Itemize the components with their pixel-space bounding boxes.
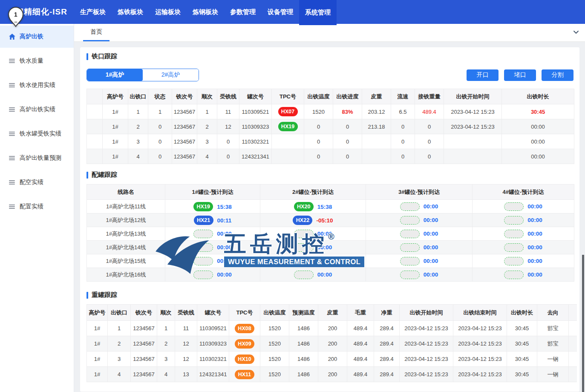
ladle-tag-badge: HX19 xyxy=(193,202,213,211)
cell xyxy=(362,149,391,164)
cell: 110302321 xyxy=(239,134,272,149)
cell: HX19 xyxy=(272,119,304,134)
cell: 0 xyxy=(148,149,172,164)
column-header: 皮重 xyxy=(318,305,347,321)
nav-item-系统管理[interactable]: 系统管理 xyxy=(299,0,337,26)
cell: 1 xyxy=(108,321,131,336)
cell xyxy=(272,134,304,149)
table-row[interactable]: 1#30123456730110302321000000:00 xyxy=(87,134,574,149)
table-row[interactable]: 1#高炉北场12线HX2100:11HX22-05:1000:0000:00 xyxy=(87,213,574,227)
eta-time: 00:00 xyxy=(424,258,438,264)
ladle-slot-cell: 00:00 xyxy=(165,268,260,282)
action-button-分割[interactable]: 分割 xyxy=(542,69,573,81)
table-row[interactable]: 1#高炉北场13线00:0000:0000:0000:00 xyxy=(87,227,574,241)
line-name-cell: 1#高炉北场15线 xyxy=(87,254,165,268)
cell: 2023-04-12 15:23 xyxy=(453,336,507,352)
empty-ladle-slot xyxy=(400,230,420,238)
sidebar-item-配空实绩[interactable]: 配空实绩 xyxy=(0,171,74,193)
eta-time: 00:00 xyxy=(317,244,332,251)
sidebar-item-label: 配空实绩 xyxy=(20,179,43,186)
table-row[interactable]: 1#高炉北场14线00:0000:0000:0000:00 xyxy=(87,241,574,254)
cell: 11 xyxy=(217,104,239,119)
table-row[interactable]: 1#111234567111110309521HX07152083%203.12… xyxy=(87,104,574,119)
sidebar-item-铁水质量[interactable]: 铁水质量 xyxy=(0,50,74,72)
sidebar-item-高炉出铁量预测[interactable]: 高炉出铁量预测 xyxy=(0,147,74,169)
cell: 200 xyxy=(318,352,347,367)
ladle-slot-cell: 00:00 xyxy=(366,241,473,254)
cell-value: 489.4 xyxy=(422,109,436,115)
ladle-tag-badge: HX21 xyxy=(194,216,213,225)
cell: 2023-04-12 15:23 xyxy=(400,336,453,352)
list-icon xyxy=(9,155,15,161)
cell: 1# xyxy=(87,352,108,367)
section-title-heavy-ladle: 重罐跟踪 xyxy=(86,291,573,299)
sidebar-item-铁水使用实绩[interactable]: 铁水使用实绩 xyxy=(0,74,74,96)
empty-ladle-slot xyxy=(400,257,420,265)
table-row[interactable]: 1#201234567212110309323HX1900213.1800202… xyxy=(87,119,574,134)
eta-time: 00:00 xyxy=(424,244,438,251)
table-row[interactable]: 1#高炉北场16线00:0000:0000:0000:00 xyxy=(87,268,574,282)
nav-item-运输板块[interactable]: 运输板块 xyxy=(149,0,187,24)
table-row[interactable]: 1#高炉北场11线HX1915:38HX2015:3800:0000:00 xyxy=(87,200,574,213)
column-header: 铁次号 xyxy=(131,305,157,321)
table-row[interactable]: 1#31234567312110302321HX1015201486200489… xyxy=(87,352,577,367)
furnace-tab-1#高炉[interactable]: 1#高炉 xyxy=(87,69,143,81)
cell: HX08 xyxy=(229,321,260,336)
sidebar-item-label: 高炉出铁量预测 xyxy=(20,154,61,162)
column-header: 铁次号 xyxy=(172,89,197,104)
cell: 489.4 xyxy=(347,321,374,336)
nav-item-炼铁板块[interactable]: 炼铁板块 xyxy=(112,0,149,24)
sidebar-item-高炉出铁实绩[interactable]: 高炉出铁实绩 xyxy=(0,98,74,121)
sidebar-item-label: 配置实绩 xyxy=(20,203,43,210)
sidebar-item-铁水罐受铁实绩[interactable]: 铁水罐受铁实绩 xyxy=(0,123,74,145)
empty-ladle-slot xyxy=(400,271,420,279)
title-accent-bar xyxy=(86,172,88,179)
cell: 0 xyxy=(333,119,362,134)
table-row[interactable]: 1#11234567111110309521HX0815201486200489… xyxy=(87,321,577,336)
scrollbar-thumb[interactable] xyxy=(582,255,584,392)
furnace-tab-2#高炉[interactable]: 2#高炉 xyxy=(143,69,199,81)
cell: 一钢 xyxy=(537,367,569,382)
cell: 2023-04-12 15:23 xyxy=(453,321,507,336)
chevron-down-icon[interactable] xyxy=(573,30,579,35)
cell: 4 xyxy=(128,149,148,164)
tab-home[interactable]: 首页 xyxy=(83,24,110,41)
cell: 1# xyxy=(87,321,108,336)
tpc-badge: HX09 xyxy=(235,339,254,349)
nav-item-生产板块[interactable]: 生产板块 xyxy=(74,0,112,24)
column-header: 出铁温度 xyxy=(304,89,333,104)
cell: 1# xyxy=(87,336,108,352)
action-button-堵口[interactable]: 堵口 xyxy=(504,69,536,81)
tpc-badge: HX19 xyxy=(278,122,298,131)
cell: 110309521 xyxy=(239,104,272,119)
cell: 25 xyxy=(569,367,577,382)
eta-time: 00:00 xyxy=(527,244,542,251)
ladle-slot-cell: 00:00 xyxy=(165,241,260,254)
cell: 6.5 xyxy=(391,104,415,119)
table-row[interactable]: 1#41234567413124321341HX1115201486200489… xyxy=(87,367,577,382)
sidebar-item-配置实绩[interactable]: 配置实绩 xyxy=(0,196,74,218)
table-row[interactable]: 1#高炉北场15线00:0000:0000:0000:00 xyxy=(87,254,574,268)
nav-item-炼钢板块[interactable]: 炼钢板块 xyxy=(187,0,224,24)
column-header: 净重 xyxy=(374,305,400,321)
table-row[interactable]: 1#21234567212110309323HX0915201486200489… xyxy=(87,336,577,352)
nav-item-设备管理[interactable]: 设备管理 xyxy=(262,0,299,24)
column-header: 状态 xyxy=(148,89,172,104)
cell: 1# xyxy=(103,104,128,119)
empty-ladle-slot xyxy=(193,271,213,279)
cell: 12 xyxy=(175,352,197,367)
cell xyxy=(272,149,304,164)
empty-ladle-slot xyxy=(294,271,314,279)
top-navbar: 钢精细化-ISR 生产板块炼铁板块运输板块炼钢板块参数管理设备管理系统管理 xyxy=(0,0,585,24)
action-button-开口[interactable]: 开口 xyxy=(467,69,499,81)
vertical-scrollbar[interactable] xyxy=(581,0,585,392)
cell: HX09 xyxy=(229,336,260,352)
marker-pin-1[interactable]: 1 ∞ xyxy=(6,6,25,29)
ladle-slot-cell: HX2100:11 xyxy=(165,213,260,227)
cell: 30 xyxy=(569,336,577,352)
table-row[interactable]: 1#40123456740124321341000000:00 xyxy=(87,149,574,164)
sidebar: 高炉出铁铁水质量铁水使用实绩高炉出铁实绩铁水罐受铁实绩高炉出铁量预测配空实绩配置… xyxy=(0,24,74,392)
cell: 1 xyxy=(157,321,175,336)
nav-item-参数管理[interactable]: 参数管理 xyxy=(224,0,262,24)
cell: 2 xyxy=(128,119,148,134)
